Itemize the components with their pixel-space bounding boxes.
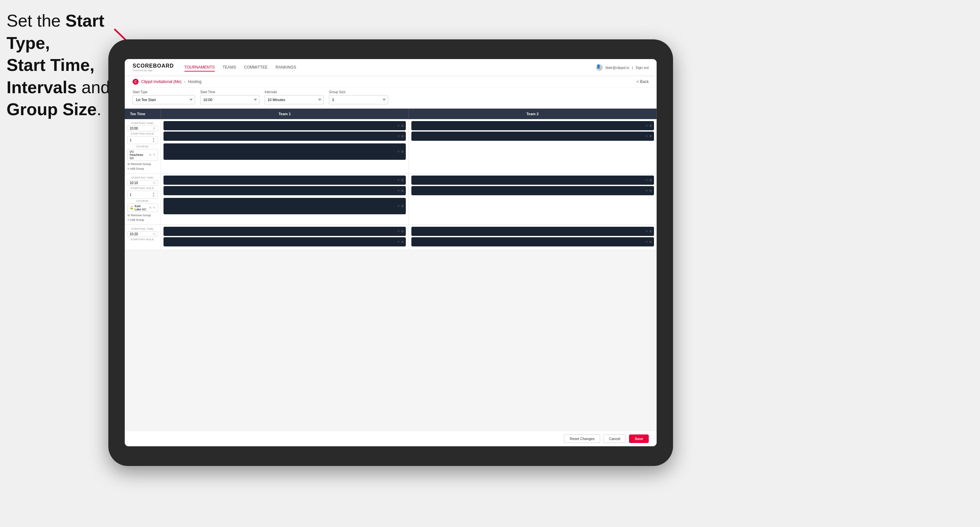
team2-col-2: ✕⊠ ✕⊠ [409,174,657,224]
starting-time-label-1: STARTING TIME: [127,122,158,125]
team1-slot-2a[interactable]: ✕⊠ [164,176,406,185]
clock-icon-2 [153,181,156,185]
group-row-2: STARTING TIME: 10:10 STARTING HOLE: 1 ▲ … [125,174,657,225]
course-name-2: East Lake GC [135,205,148,211]
team1-slot-2b[interactable]: ✕⊠ [164,186,406,195]
course-edit-2[interactable]: ✎ [153,206,156,210]
team1-slot-2c-course[interactable]: ✕⊠ [164,198,406,214]
team2-slot-3a[interactable]: ✕⊠ [411,227,654,236]
team1-slot-1b[interactable]: ✕⊠ [164,132,406,141]
slot-remove-6b[interactable]: ✕⊠ [646,240,652,243]
header-tee-time: Tee Time [125,109,161,119]
slot-remove-4a[interactable]: ✕⊠ [646,178,652,182]
nav-tournaments[interactable]: TOURNAMENTS [185,63,215,71]
course-label-1: COURSE: [127,145,158,148]
starting-hole-input-1[interactable]: 1 ▲ ▼ [127,136,158,144]
logo-sub: Powered by clipp [133,69,174,72]
course-tag-2: ⛳ East Lake GC ✕ ✎ [127,203,158,212]
slot-remove-5b[interactable]: ✕⊠ [397,240,404,243]
slot-remove-2a[interactable]: ✕⊠ [646,124,652,127]
course-remove-1[interactable]: ✕ [149,153,152,157]
intervals-field: Intervals 10 Minutes [265,90,324,104]
config-bar: Start Type 1st Tee Start Start Time 10:0… [125,87,657,109]
slot-remove-6a[interactable]: ✕⊠ [646,230,652,233]
starting-hole-label-1: STARTING HOLE: [127,132,158,135]
nav-sign-out[interactable]: Sign out [636,66,649,70]
starting-time-input-2[interactable]: 10:10 [127,180,158,186]
instruction-bold2: Start Time, [6,56,95,75]
hole-down-2[interactable]: ▼ [152,195,156,198]
tablet-screen: SCOREBOARD Powered by clipp TOURNAMENTS … [125,59,657,446]
team1-col-3: ✕⊠ ✕⊠ [161,225,409,250]
nav-teams[interactable]: TEAMS [223,63,236,71]
team2-slot-1a[interactable]: ✕⊠ [411,121,654,130]
team2-slot-3b[interactable]: ✕⊠ [411,237,654,246]
reset-changes-button[interactable]: Reset Changes [564,435,600,443]
intervals-select[interactable]: 10 Minutes [265,95,324,104]
slot-remove-1a[interactable]: ✕⊠ [397,124,404,127]
footer-bar: Reset Changes Cancel Save [125,431,657,446]
team1-slot-1c-course[interactable]: ✕⊠ [164,143,406,160]
course-icon-2: ⛳ [130,206,133,210]
team2-slot-2b[interactable]: ✕⊠ [411,186,654,195]
cancel-button[interactable]: Cancel [603,435,626,443]
group-size-select[interactable]: 3 [329,95,388,104]
breadcrumb-section: Hosting [188,79,202,84]
hole-down-1[interactable]: ▼ [152,140,156,143]
nav-separator: | [632,66,633,70]
start-time-label: Start Time [200,90,259,94]
instruction-bold3: Intervals [6,78,77,97]
start-type-select[interactable]: 1st Tee Start [133,95,195,104]
team2-slot-2a[interactable]: ✕⊠ [411,176,654,185]
tee-time-col-2: STARTING TIME: 10:10 STARTING HOLE: 1 ▲ … [125,174,161,224]
breadcrumb-tournament[interactable]: Clippd Invitational (Me) [141,79,181,84]
course-edit-1[interactable]: ✎ [153,153,156,157]
slot-remove-3b[interactable]: ✕⊠ [397,189,404,192]
hole-up-1[interactable]: ▲ [152,137,156,140]
slot-remove-5a[interactable]: ✕⊠ [397,230,404,233]
nav-bar: SCOREBOARD Powered by clipp TOURNAMENTS … [125,59,657,76]
slot-remove-1b[interactable]: ✕⊠ [397,135,404,138]
team1-slot-3a[interactable]: ✕⊠ [164,227,406,236]
slot-remove-3a[interactable]: ✕⊠ [397,178,404,182]
add-group-1[interactable]: + Add Group [127,167,158,171]
starting-hole-label-3: STARTING HOLE: [127,238,158,241]
course-tag-1: (A) Peachtree GC ✕ ✎ [127,149,158,161]
slot-remove-2b[interactable]: ✕⊠ [646,135,652,138]
team2-slot-1b[interactable]: ✕⊠ [411,132,654,141]
instruction-bold4: Group Size [6,100,97,119]
tee-time-col-1: STARTING TIME: 10:00 STARTING HOLE: 1 ▲ … [125,119,161,173]
start-type-field: Start Type 1st Tee Start [133,90,195,104]
starting-hole-input-2[interactable]: 1 ▲ ▼ [127,190,158,198]
table-header: Tee Time Team 1 Team 2 [125,109,657,119]
team1-slot-1a[interactable]: ✕⊠ [164,121,406,130]
add-group-2[interactable]: + Add Group [127,218,158,222]
hole-up-2[interactable]: ▲ [152,192,156,195]
breadcrumb: C Clippd Invitational (Me) › Hosting [133,79,201,85]
instruction-line1: Set the Start Type, [6,11,104,52]
slot-remove-1c[interactable]: ✕⊠ [397,150,404,153]
nav-email: blair@clippd.io [605,66,629,70]
save-button[interactable]: Save [629,435,649,443]
remove-group-1[interactable]: ⊖ Remove Group [127,162,158,166]
slot-remove-3c[interactable]: ✕⊠ [397,205,404,208]
team1-slot-3b[interactable]: ✕⊠ [164,237,406,246]
slot-remove-4b[interactable]: ✕⊠ [646,189,652,192]
logo-text: SCOREBOARD [133,63,174,69]
starting-hole-label-2: STARTING HOLE: [127,187,158,190]
group-row-3: STARTING TIME: 10:20 STARTING HOLE: ✕⊠ ✕… [125,225,657,250]
header-team2: Team 2 [409,109,657,119]
nav-rankings[interactable]: RANKINGS [275,63,296,71]
group-size-field: Group Size 3 [329,90,388,104]
nav-committee[interactable]: COMMITTEE [244,63,267,71]
starting-time-input-3[interactable]: 10:20 [127,231,158,237]
tablet-device: SCOREBOARD Powered by clipp TOURNAMENTS … [108,40,673,466]
instruction-bold1: Start Type, [6,11,104,52]
team2-col-1: ✕⊠ ✕⊠ [409,119,657,173]
starting-time-input-1[interactable]: 10:00 [127,126,158,131]
back-link[interactable]: < Back [636,79,649,84]
course-remove-2[interactable]: ✕ [149,206,152,210]
group-row-1: STARTING TIME: 10:00 STARTING HOLE: 1 ▲ … [125,119,657,174]
remove-group-2[interactable]: ⊖ Remove Group [127,213,158,217]
start-time-select[interactable]: 10:00 [200,95,259,104]
